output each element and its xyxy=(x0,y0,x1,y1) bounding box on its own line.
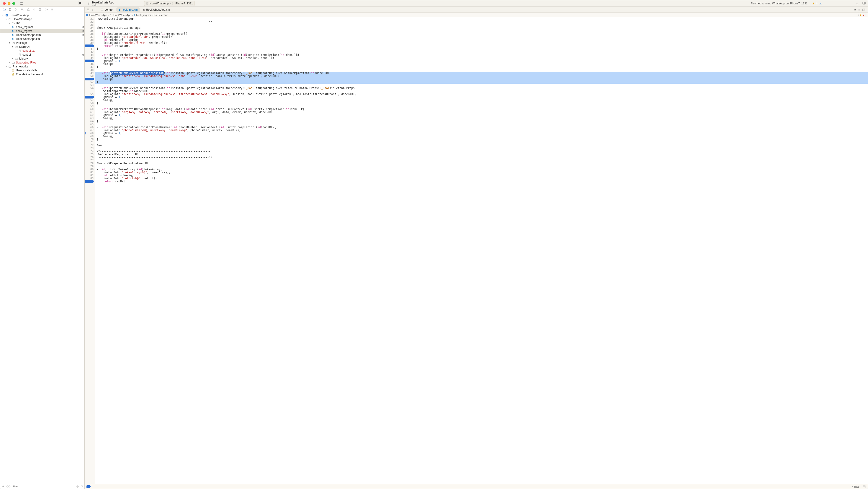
code-line[interactable]: - (void)performSameDeviceCheckForSession… xyxy=(95,87,868,90)
code-line[interactable]: ----------------------------------------… xyxy=(95,156,868,159)
run-button[interactable] xyxy=(79,1,82,6)
code-content[interactable]: WARegistrationManager ------------------… xyxy=(95,18,868,484)
tree-row[interactable]: m,HookWhatsApp.xm xyxy=(0,37,84,41)
cloud-status-icon[interactable]: ☁︎ xyxy=(819,2,822,5)
jump-bar[interactable]: HookWhatsApp › HookWhatsApp › m hook_reg… xyxy=(85,13,868,18)
prev-issue-icon[interactable]: ‹ xyxy=(858,13,859,17)
adjust-editor-icon[interactable]: ≡ xyxy=(858,8,860,11)
code-line[interactable] xyxy=(95,147,868,150)
source-control-navigator-icon[interactable] xyxy=(8,8,12,11)
disclosure-open-icon[interactable]: ▾ xyxy=(5,18,7,21)
disclosure-open-icon[interactable]: ▾ xyxy=(2,14,4,17)
code-line[interactable]: %orig; xyxy=(95,63,868,66)
code-line[interactable]: iosLogInfo("session=%@, isUpdateRegToken… xyxy=(95,93,868,96)
tree-row[interactable]: ▸Supporting Files xyxy=(0,61,84,64)
add-button[interactable]: ＋ xyxy=(855,1,859,6)
code-line[interactable]: - (id)urlWithTokenArray:(id)tokenArray{ xyxy=(95,168,868,171)
gutter-line[interactable]: 45 xyxy=(85,60,95,63)
tree-row[interactable]: control.txt xyxy=(0,49,84,53)
recent-filter-icon[interactable] xyxy=(76,485,79,488)
disclosure-closed-icon[interactable]: ▸ xyxy=(11,57,14,60)
code-line[interactable]: - (id)absoluteURLStringForPreparedURL:(i… xyxy=(95,32,868,35)
disclosure-open-icon[interactable]: ▾ xyxy=(5,65,7,68)
breakpoint-navigator-icon[interactable] xyxy=(45,8,48,11)
issues-warning-badge[interactable]: ▲ 6 xyxy=(812,1,817,5)
code-line[interactable]: iosLogInfo("arg1=%@, data=%@, error=%@, … xyxy=(95,111,868,114)
code-line[interactable]: iosLogInfo("preparedUrl=%@, waHost=%@, s… xyxy=(95,57,868,60)
code-line[interactable]: iosLogInfo("phoneNumber=%@, usrCtx=%@, d… xyxy=(95,129,868,132)
code-line[interactable]: id retAbsUrl = %orig; xyxy=(95,38,868,41)
code-line[interactable]: %orig; xyxy=(95,135,868,138)
code-review-icon[interactable]: ⇄ xyxy=(854,8,856,11)
tree-row[interactable]: ▸libs xyxy=(0,21,84,25)
code-line[interactable]: %orig; xyxy=(95,117,868,120)
tree-row[interactable]: ▾AHookWhatsApp xyxy=(0,13,84,17)
code-line[interactable] xyxy=(95,165,868,168)
filter-scope-button[interactable] xyxy=(6,485,11,488)
symbol-navigator-icon[interactable] xyxy=(14,8,18,11)
tree-row[interactable]: ▾DEBIAN xyxy=(0,45,84,49)
code-line[interactable]: %end xyxy=(95,144,868,147)
code-line[interactable]: gNoUse = 1; xyxy=(95,132,868,135)
code-line[interactable]: return retAbsUrl; xyxy=(95,44,868,47)
gutter-line[interactable]: 51 xyxy=(85,78,95,80)
test-navigator-icon[interactable] xyxy=(33,8,36,11)
nav-back-button[interactable]: ‹ xyxy=(92,8,93,11)
code-line[interactable]: iosLogInfo("session=%@, isUpdateRegToken… xyxy=(95,75,868,78)
code-line[interactable]: %orig; xyxy=(95,78,868,80)
zoom-window-button[interactable] xyxy=(12,2,15,5)
code-line[interactable]: iosLogInfo("retAbsUrl=%@", retAbsUrl); xyxy=(95,41,868,44)
next-issue-icon[interactable]: › xyxy=(865,13,866,17)
tree-row[interactable]: libsubstrate.dylib xyxy=(0,68,84,72)
project-navigator-icon[interactable] xyxy=(3,8,6,11)
find-navigator-icon[interactable] xyxy=(21,8,24,11)
tree-row[interactable]: m,hook_reg.xmM xyxy=(0,29,84,33)
tree-row[interactable]: ▾HookWhatsApp xyxy=(0,17,84,21)
code-line[interactable]: gNoUse = 1; xyxy=(95,96,868,99)
gutter-line[interactable]: 56 xyxy=(85,96,95,99)
sidebar-toggle-icon[interactable] xyxy=(20,2,23,5)
jump-bar-issue-nav[interactable]: ‹ ▲ ▲ › xyxy=(858,13,866,17)
tree-row[interactable]: ▸Library xyxy=(0,57,84,61)
code-line[interactable]: id retUrl = %orig; xyxy=(95,174,868,177)
tree-row[interactable]: m,hook_reg.mmM xyxy=(0,25,84,29)
code-line[interactable] xyxy=(95,24,868,26)
code-line[interactable]: } xyxy=(95,80,868,84)
scm-filter-icon[interactable] xyxy=(80,485,83,488)
tree-row[interactable]: ▾Package xyxy=(0,41,84,45)
code-line[interactable]: /*--------------------------------------… xyxy=(95,150,868,153)
close-window-button[interactable] xyxy=(3,2,6,5)
code-line[interactable]: } xyxy=(95,120,868,123)
filter-input[interactable] xyxy=(12,485,75,488)
report-navigator-icon[interactable] xyxy=(51,8,54,11)
tree-row[interactable]: Foundation.framework xyxy=(0,72,84,76)
gutter-line[interactable]: 54 xyxy=(85,87,95,90)
code-line[interactable]: ----------------------------------------… xyxy=(95,21,868,24)
code-line[interactable]: iosLogInfo("retUrl=%@", retUrl); xyxy=(95,177,868,180)
debug-navigator-icon[interactable] xyxy=(39,8,42,11)
library-toggle-icon[interactable] xyxy=(862,1,866,5)
minimize-window-button[interactable] xyxy=(8,2,10,5)
code-line[interactable]: } xyxy=(95,138,868,141)
disclosure-open-icon[interactable]: ▾ xyxy=(11,45,14,48)
minimap-toggle-icon[interactable] xyxy=(863,485,866,488)
code-line[interactable] xyxy=(95,141,868,144)
tree-row[interactable]: controlM xyxy=(0,53,84,57)
editor-tab[interactable]: mhook_reg.xm xyxy=(116,7,140,12)
code-line[interactable]: } xyxy=(95,47,868,51)
code-line[interactable] xyxy=(95,29,868,32)
add-editor-icon[interactable] xyxy=(862,8,865,11)
run-destination[interactable]: HookWhatsApp › iPhone7_1331 xyxy=(144,1,195,6)
breakpoint-toggle-icon[interactable] xyxy=(87,485,91,488)
disclosure-closed-icon[interactable]: ▸ xyxy=(8,22,10,24)
gutter-line[interactable]: 40 xyxy=(85,44,95,47)
code-line[interactable]: gNoUse = 1; xyxy=(95,114,868,117)
tree-row[interactable]: ▾Frameworks xyxy=(0,64,84,68)
scheme-selector[interactable]: HookWhatsApp main xyxy=(88,1,115,7)
line-gutter[interactable]: 3132333435363738394041424344454647484950… xyxy=(85,18,95,484)
tree-row[interactable]: m,HookWhatsApp.mmM xyxy=(0,33,84,37)
disclosure-open-icon[interactable]: ▾ xyxy=(8,41,10,44)
code-line[interactable]: gNoUse = 1; xyxy=(95,60,868,63)
disclosure-closed-icon[interactable]: ▸ xyxy=(8,61,10,64)
source-editor[interactable]: 3132333435363738394041424344454647484950… xyxy=(85,18,868,484)
